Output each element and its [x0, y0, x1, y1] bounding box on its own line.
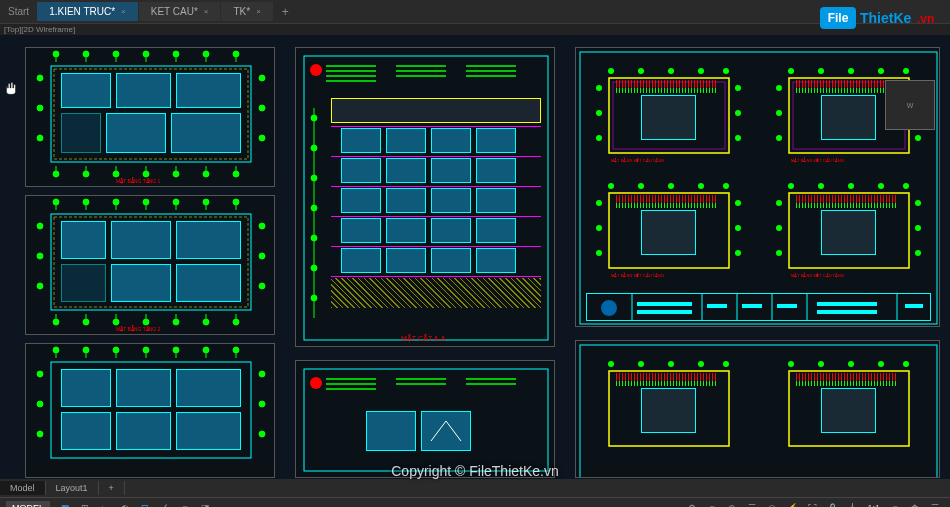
file-tab-tk[interactable]: TK* ×: [221, 2, 272, 21]
svg-point-63: [113, 319, 119, 325]
isolate-icon[interactable]: ◎: [763, 500, 781, 508]
file-tab-kientruc[interactable]: 1.KIEN TRUC* ×: [37, 2, 138, 21]
struct-plan-6: [771, 356, 926, 464]
svg-point-172: [776, 250, 782, 256]
svg-point-131: [723, 68, 729, 74]
svg-point-159: [596, 225, 602, 231]
layout-tab-add[interactable]: +: [99, 481, 125, 495]
svg-point-163: [735, 250, 741, 256]
svg-point-197: [723, 361, 729, 367]
svg-point-16: [203, 51, 209, 57]
svg-point-84: [83, 347, 89, 353]
tab-close-icon[interactable]: ×: [256, 7, 261, 16]
svg-point-193: [608, 361, 614, 367]
svg-point-95: [259, 431, 265, 437]
customization-icon[interactable]: ☰: [926, 500, 944, 508]
layout-tab-layout1[interactable]: Layout1: [46, 481, 99, 495]
add-tab-button[interactable]: +: [274, 1, 297, 23]
svg-text:File: File: [828, 11, 849, 25]
svg-point-30: [203, 171, 209, 177]
svg-point-155: [668, 183, 674, 189]
drawing-sheet-2: MẶT BẰNG TẦNG 2: [25, 195, 275, 335]
svg-point-135: [735, 85, 741, 91]
svg-point-156: [698, 183, 704, 189]
otrack-toggle-icon[interactable]: ∠: [156, 500, 174, 508]
svg-point-128: [638, 68, 644, 74]
units-icon[interactable]: ⊕: [723, 500, 741, 508]
scale-dropdown-icon[interactable]: ▾: [886, 500, 904, 508]
svg-rect-186: [707, 304, 727, 308]
polar-toggle-icon[interactable]: ◐: [116, 500, 134, 508]
svg-point-49: [113, 199, 119, 205]
viewcube-label: W: [907, 102, 914, 109]
svg-point-92: [37, 431, 43, 437]
svg-point-134: [596, 135, 602, 141]
svg-point-170: [776, 200, 782, 206]
svg-point-165: [788, 183, 794, 189]
view-cube[interactable]: W: [885, 80, 935, 130]
svg-point-144: [903, 68, 909, 74]
struct-plan-4: MẶT BẰNG KẾT CẤU TẦNG: [771, 178, 926, 286]
workspace-switching-icon[interactable]: ✿: [906, 500, 924, 508]
drawing-sheet-structural-2: [575, 340, 940, 478]
struct-label-1: MẶT BẰNG KẾT CẤU TẦNG: [611, 158, 664, 163]
svg-point-51: [173, 199, 179, 205]
svg-point-25: [53, 171, 59, 177]
svg-rect-184: [637, 302, 692, 306]
hardware-accel-icon[interactable]: ⚡: [783, 500, 801, 508]
tab-close-icon[interactable]: ×: [121, 7, 126, 16]
svg-point-143: [878, 68, 884, 74]
annotation-scale-lock-icon[interactable]: 🔒: [823, 500, 841, 508]
pan-cursor-icon: [2, 79, 20, 97]
svg-point-130: [698, 68, 704, 74]
layout-tab-model[interactable]: Model: [0, 481, 46, 495]
quick-properties-icon[interactable]: ☰: [743, 500, 761, 508]
annotation-visibility-icon[interactable]: 人: [843, 500, 861, 508]
lineweight-toggle-icon[interactable]: ≡: [176, 500, 194, 508]
snap-toggle-icon[interactable]: ⊞: [76, 500, 94, 508]
svg-point-203: [903, 361, 909, 367]
svg-point-158: [596, 200, 602, 206]
svg-point-89: [233, 347, 239, 353]
ortho-toggle-icon[interactable]: ∟: [96, 500, 114, 508]
svg-rect-190: [817, 310, 877, 314]
file-tab-ketcau[interactable]: KET CAU* ×: [139, 2, 221, 21]
svg-point-86: [143, 347, 149, 353]
struct-plan-1: MẶT BẰNG KẾT CẤU TẦNG: [591, 63, 746, 171]
svg-point-201: [848, 361, 854, 367]
svg-point-11: [53, 51, 59, 57]
clean-screen-icon[interactable]: ⛶: [803, 500, 821, 508]
svg-point-136: [735, 110, 741, 116]
workspace-icon[interactable]: ⚙: [683, 500, 701, 508]
svg-point-48: [83, 199, 89, 205]
svg-point-85: [113, 347, 119, 353]
svg-point-142: [848, 68, 854, 74]
svg-point-146: [776, 110, 782, 116]
drawing-canvas[interactable]: W MẶT BẰNG TẦNG 1: [0, 35, 950, 479]
svg-point-94: [259, 401, 265, 407]
struct-label-4: MẶT BẰNG KẾT CẤU TẦNG: [791, 273, 844, 278]
osnap-toggle-icon[interactable]: ⊡: [136, 500, 154, 508]
tab-close-icon[interactable]: ×: [204, 7, 209, 16]
annotation-monitor-icon[interactable]: ▾: [703, 500, 721, 508]
svg-point-161: [735, 200, 741, 206]
svg-point-37: [259, 135, 265, 141]
svg-point-17: [233, 51, 239, 57]
start-tab[interactable]: Start: [0, 2, 37, 21]
tab-label: TK*: [233, 6, 250, 17]
title-block: [586, 293, 931, 321]
transparency-toggle-icon[interactable]: ◨: [196, 500, 214, 508]
grid-toggle-icon[interactable]: ▦: [56, 500, 74, 508]
svg-point-202: [878, 361, 884, 367]
model-space-indicator[interactable]: MODEL: [6, 501, 50, 508]
struct-label-2: MẶT BẰNG KẾT CẤU TẦNG: [791, 158, 844, 163]
svg-point-29: [173, 171, 179, 177]
annotation-scale[interactable]: 1:1: [863, 503, 884, 508]
svg-point-70: [37, 283, 43, 289]
svg-point-110: [311, 115, 317, 121]
svg-point-175: [915, 250, 921, 256]
svg-point-133: [596, 110, 602, 116]
svg-point-160: [596, 250, 602, 256]
svg-point-199: [788, 361, 794, 367]
svg-point-13: [113, 51, 119, 57]
